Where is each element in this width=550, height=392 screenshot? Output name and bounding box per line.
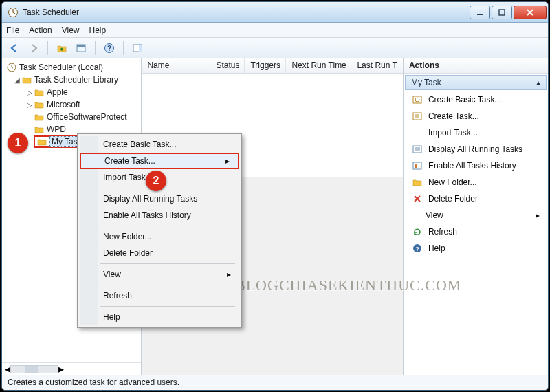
tree-label: Task Scheduler Library bbox=[34, 75, 118, 85]
action-create-basic[interactable]: Create Basic Task... bbox=[406, 91, 545, 108]
ctx-label: Enable All Tasks History bbox=[103, 210, 191, 220]
menu-action[interactable]: Action bbox=[29, 25, 52, 35]
action-enable-history[interactable]: Enable All Tasks History bbox=[406, 157, 545, 174]
maximize-button[interactable] bbox=[492, 6, 512, 19]
actions-subtitle-label: My Task bbox=[411, 78, 441, 87]
col-last[interactable]: Last Run T bbox=[351, 58, 402, 73]
properties-button[interactable] bbox=[73, 40, 89, 56]
action-view[interactable]: View ▸ bbox=[406, 207, 545, 224]
col-next[interactable]: Next Run Time bbox=[286, 58, 351, 73]
svg-rect-2 bbox=[499, 10, 505, 15]
up-button[interactable] bbox=[54, 40, 70, 56]
statusbar: Creates a customized task for advanced u… bbox=[2, 375, 548, 390]
expander-icon[interactable]: ▷ bbox=[25, 101, 34, 109]
ctx-view[interactable]: View▸ bbox=[80, 266, 239, 283]
action-help[interactable]: ? Help bbox=[406, 240, 545, 257]
ctx-enable-history[interactable]: Enable All Tasks History bbox=[80, 207, 239, 224]
svg-rect-15 bbox=[415, 164, 417, 168]
folder-icon bbox=[34, 99, 45, 110]
actions-subtitle[interactable]: My Task ▴ bbox=[405, 75, 547, 90]
menu-separator bbox=[100, 306, 235, 307]
scroll-track[interactable] bbox=[10, 365, 58, 373]
svg-text:?: ? bbox=[107, 45, 111, 52]
history-icon bbox=[412, 160, 423, 171]
ctx-refresh[interactable]: Refresh bbox=[80, 287, 239, 304]
action-display-running[interactable]: Display All Running Tasks bbox=[406, 141, 545, 157]
action-new-folder[interactable]: New Folder... bbox=[406, 174, 545, 190]
tree-label: WPD bbox=[47, 124, 66, 134]
ctx-help[interactable]: Help bbox=[80, 309, 239, 325]
actions-pane: Actions My Task ▴ Create Basic Task... C… bbox=[404, 58, 548, 375]
annotation-badge-1: 1 bbox=[8, 133, 28, 153]
action-label: Refresh bbox=[428, 227, 457, 237]
col-status[interactable]: Status bbox=[210, 58, 245, 73]
close-button[interactable] bbox=[514, 6, 547, 19]
ctx-create-task[interactable]: Create Task...▸ bbox=[80, 153, 239, 169]
col-name[interactable]: Name bbox=[142, 58, 210, 73]
scroll-thumb[interactable] bbox=[25, 366, 38, 373]
forward-button[interactable] bbox=[25, 40, 42, 56]
ctx-display-running[interactable]: Display All Running Tasks bbox=[80, 190, 239, 207]
clock-icon bbox=[6, 62, 17, 73]
tree-label: Task Scheduler (Local) bbox=[19, 63, 103, 72]
svg-text:?: ? bbox=[415, 246, 419, 252]
status-text: Creates a customized task for advanced u… bbox=[8, 378, 179, 387]
scroll-left-icon[interactable]: ◂ bbox=[5, 362, 10, 375]
ctx-label: Refresh bbox=[103, 291, 132, 301]
toolbar-separator bbox=[123, 41, 124, 55]
ctx-label: Display All Running Tasks bbox=[103, 194, 197, 204]
svg-rect-14 bbox=[413, 162, 421, 169]
ctx-label: New Folder... bbox=[103, 232, 152, 241]
folder-icon bbox=[412, 177, 423, 188]
ctx-label: Help bbox=[103, 312, 120, 322]
action-label: Enable All Tasks History bbox=[428, 161, 516, 171]
toolbar-separator bbox=[95, 41, 96, 55]
tree-item[interactable]: ▷ Microsoft bbox=[3, 98, 140, 111]
toolbar: ? bbox=[2, 38, 548, 58]
ctx-label: Create Task... bbox=[104, 156, 155, 166]
scroll-right-icon[interactable]: ▸ bbox=[58, 362, 64, 375]
menu-file[interactable]: File bbox=[6, 25, 19, 35]
help-icon: ? bbox=[412, 243, 423, 254]
context-menu: Create Basic Task... Create Task...▸ Imp… bbox=[77, 133, 242, 328]
ctx-label: Create Basic Task... bbox=[103, 140, 177, 149]
action-label: Delete Folder bbox=[428, 194, 478, 204]
expander-icon[interactable]: ◢ bbox=[13, 76, 21, 84]
tree-label: Apple bbox=[47, 87, 68, 97]
horizontal-scrollbar[interactable]: ◂ ▸ bbox=[2, 362, 141, 375]
expander-icon[interactable]: ▷ bbox=[25, 89, 34, 96]
svg-rect-8 bbox=[139, 45, 142, 52]
action-delete-folder[interactable]: Delete Folder bbox=[406, 190, 545, 207]
tree-library[interactable]: ◢ Task Scheduler Library bbox=[3, 74, 140, 86]
svg-rect-12 bbox=[413, 113, 421, 120]
action-refresh[interactable]: Refresh bbox=[406, 224, 545, 240]
folder-icon bbox=[21, 74, 32, 85]
ctx-new-folder[interactable]: New Folder... bbox=[80, 228, 239, 245]
menu-help[interactable]: Help bbox=[89, 25, 107, 35]
annotation-badge-2: 2 bbox=[146, 171, 166, 191]
list-header: Name Status Triggers Next Run Time Last … bbox=[142, 58, 402, 74]
show-action-pane-button[interactable] bbox=[129, 40, 146, 56]
collapse-icon[interactable]: ▴ bbox=[536, 78, 540, 87]
window-root: Task Scheduler File Action View Help ? bbox=[1, 1, 549, 391]
action-create-task[interactable]: Create Task... bbox=[406, 108, 545, 124]
tree-item[interactable]: ▷ Apple bbox=[3, 86, 140, 98]
menu-view[interactable]: View bbox=[62, 25, 80, 35]
col-triggers[interactable]: Triggers bbox=[245, 58, 286, 73]
delete-icon bbox=[412, 193, 423, 204]
back-button[interactable] bbox=[6, 40, 23, 56]
tree-item[interactable]: OfficeSoftwareProtect bbox=[3, 111, 140, 123]
menu-separator bbox=[100, 263, 235, 264]
help-button[interactable]: ? bbox=[101, 40, 118, 56]
ctx-label: View bbox=[103, 270, 121, 279]
tree-root[interactable]: Task Scheduler (Local) bbox=[3, 61, 140, 74]
list-icon bbox=[412, 144, 423, 155]
titlebar: Task Scheduler bbox=[2, 2, 548, 23]
action-import[interactable]: Import Task... bbox=[406, 124, 545, 141]
ctx-create-basic[interactable]: Create Basic Task... bbox=[80, 136, 239, 153]
window-buttons bbox=[470, 6, 547, 19]
blank-icon bbox=[412, 127, 423, 138]
ctx-delete-folder[interactable]: Delete Folder bbox=[80, 245, 239, 261]
minimize-button[interactable] bbox=[470, 6, 490, 19]
folder-icon bbox=[36, 136, 47, 147]
